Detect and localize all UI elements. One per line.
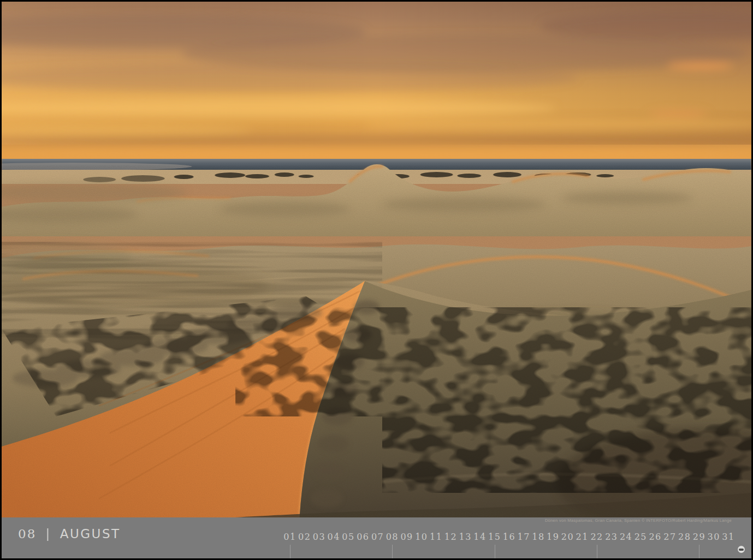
day-16: 16 xyxy=(502,517,517,558)
day-23: 23 xyxy=(604,517,619,558)
month-divider: | xyxy=(46,527,51,541)
publisher-logo-badge xyxy=(738,546,745,553)
month-name: AUGUST xyxy=(60,527,121,541)
day-09: 09 xyxy=(400,517,414,558)
days-row: 0102030405060708091011121314151617181920… xyxy=(283,517,736,558)
calendar-bar: Dünen von Maspalomas, Gran Canaria, Span… xyxy=(2,517,751,558)
day-05: 05 xyxy=(341,517,356,558)
day-26: 26 xyxy=(648,517,663,558)
day-31: 31 xyxy=(721,517,736,558)
day-03: 03 xyxy=(312,517,327,558)
calendar-page: Dünen von Maspalomas, Gran Canaria, Span… xyxy=(0,0,753,560)
publisher-logo-mark xyxy=(739,549,744,551)
day-28: 28 xyxy=(677,517,692,558)
day-12: 12 xyxy=(443,517,458,558)
day-07: 07 xyxy=(370,517,385,558)
day-20: 20 xyxy=(560,517,575,558)
month-number: 08 xyxy=(18,527,36,541)
day-18: 18 xyxy=(531,517,546,558)
month-label: 08 | AUGUST xyxy=(18,527,121,541)
calendar-photo xyxy=(2,2,751,517)
day-29: 29 xyxy=(692,517,707,558)
day-15: 15 xyxy=(487,517,502,558)
day-10: 10 xyxy=(414,517,429,558)
day-19: 19 xyxy=(546,517,560,558)
day-01: 01 xyxy=(283,517,298,558)
day-25: 25 xyxy=(633,517,648,558)
day-30: 30 xyxy=(707,517,721,558)
day-22: 22 xyxy=(590,517,604,558)
day-11: 11 xyxy=(429,517,443,558)
day-13: 13 xyxy=(458,517,473,558)
day-04: 04 xyxy=(327,517,341,558)
day-02: 02 xyxy=(297,517,312,558)
day-14: 14 xyxy=(473,517,488,558)
day-06: 06 xyxy=(355,517,370,558)
dunes-sunset-illustration xyxy=(2,2,751,517)
day-17: 17 xyxy=(517,517,531,558)
day-08: 08 xyxy=(385,517,400,558)
day-21: 21 xyxy=(575,517,590,558)
day-24: 24 xyxy=(619,517,633,558)
day-27: 27 xyxy=(663,517,678,558)
